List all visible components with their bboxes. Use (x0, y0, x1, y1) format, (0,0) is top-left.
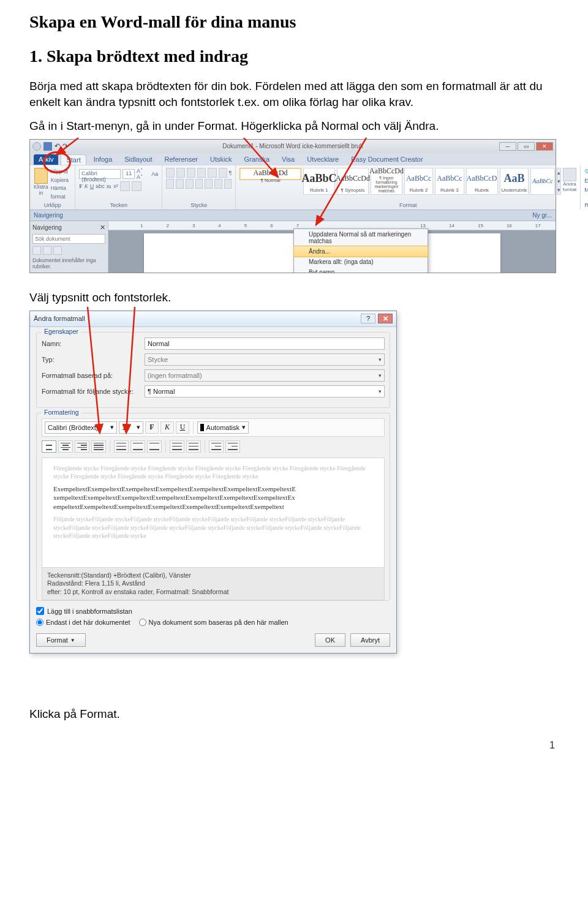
style-nomatch[interactable]: AaBbCcDd¶ Ingen formatering markeringen … (371, 168, 402, 195)
dedent-icon[interactable] (197, 168, 206, 178)
style-normal[interactable]: AaBbCcDd¶ Normal (239, 168, 301, 180)
borders-icon[interactable] (224, 179, 232, 189)
justify-icon[interactable] (195, 179, 203, 189)
linespacing-icon[interactable] (205, 179, 213, 189)
font-size-select[interactable]: 11▾ (119, 421, 143, 434)
section-heading: 1. Skapa brödtext med indrag (29, 47, 559, 66)
font-size-combo[interactable]: 11 (123, 169, 135, 179)
tab-sidlayout[interactable]: Sidlayout (119, 154, 157, 165)
add-quickstyle-label: Lägg till i snabbformatslistan (47, 608, 132, 615)
shading-icon[interactable] (214, 179, 222, 189)
tab-referenser[interactable]: Referenser (160, 154, 203, 165)
highlight-icon[interactable] (120, 181, 130, 191)
font-name-select[interactable]: Calibri (Brödtext)▾ (45, 421, 117, 434)
tab-edc[interactable]: Easy Document Creator (346, 154, 428, 165)
tab-infoga[interactable]: Infoga (89, 154, 118, 165)
nav-label: Navigering (34, 212, 63, 219)
properties-group: Egenskaper Namn: Normal Typ: Stycke▾ For… (36, 332, 390, 408)
align-center-button[interactable] (58, 440, 73, 453)
bullets-icon[interactable] (166, 168, 175, 178)
justify-button[interactable] (91, 440, 106, 453)
nav-tab1-icon[interactable] (32, 246, 41, 255)
paste-button[interactable]: Klistra in (34, 168, 48, 201)
this-doc-radio[interactable] (36, 619, 43, 626)
newgroup-label[interactable]: Ny gr... (532, 212, 552, 219)
tab-granska[interactable]: Granska (239, 154, 274, 165)
style-rubrik1[interactable]: AaBbCRubrik 1 (303, 168, 335, 195)
editing-group-label: Redigering (584, 202, 588, 208)
find-button[interactable]: 🔍 Sök ▾ (584, 168, 588, 176)
navpane-close-icon[interactable]: ✕ (100, 224, 105, 232)
styles-group-label: Format (239, 202, 576, 208)
font-name-combo[interactable]: Calibri (Brödtext) (79, 169, 121, 179)
properties-label: Egenskaper (42, 328, 81, 335)
add-quickstyle-checkbox[interactable] (36, 607, 44, 615)
decrease-indent-button[interactable] (209, 440, 224, 453)
indent-icon[interactable] (208, 168, 216, 178)
style-rubrik2[interactable]: AaBbCcRubrik 2 (404, 168, 433, 195)
tab-start[interactable]: Start (61, 154, 86, 165)
menu-selectall[interactable]: Markera allt: (inga data) (294, 257, 428, 267)
step-paragraph-3: Klicka på Format. (29, 706, 559, 722)
preview-sample-para: ExempeltextExempeltextExempeltextExempel… (53, 484, 373, 512)
ribbon-tabs: Arkiv Start Infoga Sidlayout Referenser … (30, 153, 556, 165)
styles-expand[interactable]: ▴▾▾ (557, 168, 561, 195)
name-field[interactable]: Normal (145, 337, 385, 350)
nav-tab2-icon[interactable] (43, 246, 51, 255)
double-spacing-button[interactable] (147, 440, 162, 453)
formatting-group: Formatering Calibri (Brödtext)▾ 11▾ F K … (36, 413, 390, 601)
menu-update[interactable]: Uppdatera Normal så att markeringen matc… (294, 229, 428, 246)
following-label: Formatmall för följande stycke: (42, 388, 145, 395)
format-toolbar: Calibri (Brödtext)▾ 11▾ F K U Automatisk… (42, 418, 385, 437)
basedon-select: (ingen formatmall)▾ (145, 369, 385, 382)
copy-button[interactable]: Kopiera (51, 176, 72, 185)
fontcolor-icon[interactable] (132, 181, 141, 191)
dialog-close-button[interactable]: ✕ (378, 314, 393, 323)
style-rubrik3[interactable]: AaBbCcRubrik 3 (435, 168, 464, 195)
search-input[interactable] (32, 234, 105, 244)
tab-utvecklare[interactable]: Utvecklare (302, 154, 344, 165)
align-right-button[interactable] (75, 440, 89, 453)
single-spacing-button[interactable] (114, 440, 129, 453)
format-dropdown-button[interactable]: Format▼ (36, 633, 86, 647)
space-before-button[interactable] (170, 440, 184, 453)
style-more[interactable]: AaBbCc (530, 168, 554, 195)
sort-icon[interactable] (219, 168, 227, 178)
font-color-select[interactable]: Automatisk▾ (197, 421, 249, 434)
style-rubrik[interactable]: AaBbCcDRubrik (466, 168, 498, 195)
menu-rename[interactable]: Byt namn (294, 267, 428, 273)
document-area: Navigering✕ Dokumentet innehåller inga r… (30, 221, 556, 273)
multilevel-icon[interactable] (187, 168, 195, 178)
onehalf-spacing-button[interactable] (130, 440, 145, 453)
space-after-button[interactable] (186, 440, 201, 453)
cut-button[interactable]: Klipp ut (51, 168, 72, 176)
style-synopsis[interactable]: AaBbCcDd¶ Synopsis (337, 168, 369, 195)
new-docs-radio[interactable] (139, 619, 146, 626)
format-painter-button[interactable]: Hämta format (51, 184, 72, 201)
tab-arkiv[interactable]: Arkiv (34, 154, 58, 165)
align-left-icon[interactable] (166, 179, 174, 189)
select-button[interactable]: Markera (584, 186, 588, 194)
nav-tab3-icon[interactable] (53, 246, 62, 255)
change-styles-icon[interactable] (563, 168, 576, 181)
following-select[interactable]: ¶ Normal▾ (145, 385, 385, 398)
align-left-button[interactable] (42, 440, 56, 453)
numbering-icon[interactable] (176, 168, 185, 178)
style-AaB[interactable]: AaBUnderrubrik (500, 168, 529, 195)
align-center-icon[interactable] (176, 179, 184, 189)
replace-button[interactable]: Ersätt (584, 176, 588, 185)
word-titlebar: ↶ ↷ Dokument1 - Microsoft Word icke-komm… (30, 140, 556, 153)
italic-button[interactable]: K (160, 421, 174, 434)
dialog-help-button[interactable]: ? (361, 314, 375, 323)
tab-visa[interactable]: Visa (277, 154, 300, 165)
align-right-icon[interactable] (186, 179, 194, 189)
tab-utskick[interactable]: Utskick (205, 154, 236, 165)
bold-button[interactable]: F (145, 421, 159, 434)
increase-indent-button[interactable] (225, 440, 240, 453)
underline-button[interactable]: U (176, 421, 189, 434)
page-number: 1 (29, 740, 555, 751)
step-paragraph-2: Välj typsnitt och fontstorlek. (29, 290, 559, 306)
ok-button[interactable]: OK (315, 633, 345, 647)
cancel-button[interactable]: Avbryt (350, 633, 390, 647)
menu-modify[interactable]: Ändra... (293, 246, 428, 257)
